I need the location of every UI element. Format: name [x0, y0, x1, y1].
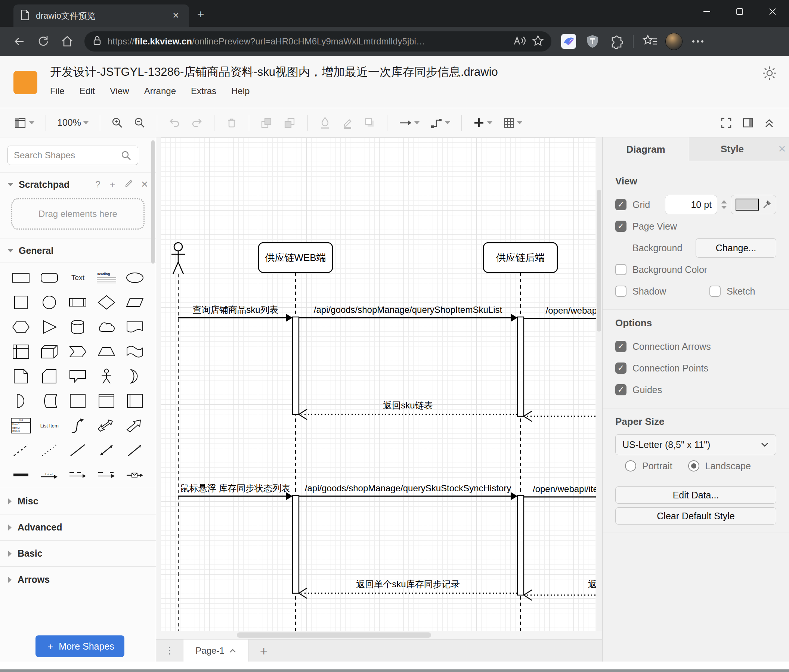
shape-data-storage[interactable]: [35, 392, 64, 410]
return-sku-list[interactable]: 返回sku链表: [299, 400, 517, 420]
message-open-webapi-item[interactable]: /open/webapi/iten: [524, 484, 602, 497]
fullscreen-button[interactable]: [719, 115, 734, 131]
guides-checkbox[interactable]: [615, 384, 626, 395]
to-back-button[interactable]: [282, 115, 298, 131]
tab-close-icon[interactable]: ✕: [169, 10, 182, 21]
shape-card[interactable]: [35, 367, 64, 385]
grid-checkbox[interactable]: [615, 199, 626, 210]
paper-size-select[interactable]: US-Letter (8,5" x 11"): [615, 434, 776, 455]
shield-t-extension-icon[interactable]: [582, 31, 603, 52]
actor-figure[interactable]: [171, 243, 185, 274]
background-color-checkbox[interactable]: [615, 264, 626, 275]
shape-rectangle[interactable]: [7, 268, 35, 287]
scratchpad-add-icon[interactable]: ＋: [108, 178, 117, 190]
redo-button[interactable]: [189, 115, 204, 131]
shape-tape[interactable]: [121, 342, 149, 361]
portrait-radio[interactable]: [625, 460, 636, 471]
shape-rounded-rectangle[interactable]: [35, 268, 64, 287]
scratchpad-edit-icon[interactable]: [125, 179, 133, 190]
maximize-button[interactable]: [723, 0, 756, 23]
return-from-right-2[interactable]: 返回: [524, 579, 602, 600]
view-panels-button[interactable]: [13, 115, 36, 131]
search-input[interactable]: [8, 146, 138, 165]
shape-directional-connector[interactable]: [121, 441, 149, 460]
shape-square[interactable]: [7, 293, 35, 312]
scratchpad-close-icon[interactable]: ✕: [141, 179, 148, 189]
shape-message-arrow[interactable]: [121, 465, 149, 484]
scratchpad-help-icon[interactable]: ?: [96, 179, 101, 189]
landscape-radio[interactable]: [688, 460, 700, 471]
undo-button[interactable]: [167, 115, 182, 131]
shape-source-target-arrow[interactable]: [64, 465, 92, 484]
shape-dashed-line[interactable]: [7, 441, 35, 460]
connection-arrows-checkbox[interactable]: [615, 341, 626, 352]
grid-size-input[interactable]: 10 pt: [665, 195, 717, 214]
return-from-right-1[interactable]: [524, 411, 602, 422]
page-tab[interactable]: Page-1: [183, 640, 249, 662]
new-tab-button[interactable]: ＋: [195, 8, 206, 19]
shape-list[interactable]: ListItem 1Item 2Item 3: [7, 416, 35, 435]
more-shapes-button[interactable]: ＋ More Shapes: [35, 635, 125, 657]
page-view-checkbox[interactable]: [615, 221, 626, 232]
shape-callout[interactable]: [64, 367, 92, 385]
menu-extras[interactable]: Extras: [191, 86, 216, 96]
grid-size-stepper[interactable]: [721, 200, 727, 209]
fill-color-button[interactable]: [318, 114, 332, 131]
shape-link[interactable]: [7, 465, 35, 484]
shape-step[interactable]: [64, 342, 92, 361]
section-arrows[interactable]: Arrows: [0, 566, 156, 592]
refresh-icon[interactable]: [33, 31, 54, 52]
menu-file[interactable]: File: [50, 86, 65, 96]
shape-cylinder[interactable]: [64, 318, 92, 336]
shape-ellipse[interactable]: [121, 268, 149, 287]
shape-curve[interactable]: [64, 416, 92, 435]
message-query-sku-list[interactable]: 查询店铺商品sku列表: [178, 305, 292, 322]
shape-document[interactable]: [121, 318, 149, 336]
shape-bidirectional-connector[interactable]: [92, 441, 121, 460]
to-front-button[interactable]: [259, 115, 275, 131]
menu-view[interactable]: View: [110, 86, 129, 96]
line-color-button[interactable]: [340, 114, 355, 131]
message-api-querySkuStockSyncHistory[interactable]: /api/goods/shopManage/querySkuStockSyncH…: [299, 483, 517, 500]
shape-diamond[interactable]: [92, 293, 121, 312]
clear-default-style-button[interactable]: Clear Default Style: [615, 507, 776, 524]
profile-avatar[interactable]: [663, 31, 684, 52]
zoom-in-button[interactable]: [110, 115, 125, 131]
pages-menu-icon[interactable]: ⋮: [156, 640, 183, 662]
shadow-checkbox[interactable]: [615, 286, 626, 297]
connection-points-checkbox[interactable]: [615, 363, 626, 374]
shape-circle[interactable]: [35, 293, 64, 312]
shape-cloud[interactable]: [92, 318, 121, 336]
diagram-canvas[interactable]: 供应链WEB端 供应链后端 查询店铺商品sku列表: [156, 137, 602, 639]
back-icon[interactable]: [9, 31, 30, 52]
url-bar[interactable]: https://file.kkview.cn/onlinePreview?url…: [85, 31, 551, 51]
connector-style-button[interactable]: [428, 114, 452, 131]
url-text[interactable]: https://file.kkview.cn/onlinePreview?url…: [108, 36, 507, 47]
tab-diagram[interactable]: Diagram: [602, 137, 689, 161]
shape-list-item[interactable]: List Item: [35, 416, 64, 435]
participant-backend[interactable]: 供应链后端: [483, 243, 557, 272]
shape-trapezoid[interactable]: [92, 342, 121, 361]
section-basic[interactable]: Basic: [0, 540, 156, 566]
format-panel-toggle[interactable]: [740, 115, 755, 131]
zoom-select[interactable]: 100%: [56, 115, 90, 130]
shape-arrow[interactable]: [121, 416, 149, 435]
home-icon[interactable]: [57, 31, 78, 52]
activation-bars[interactable]: [292, 317, 524, 595]
shape-cube[interactable]: [35, 342, 64, 361]
shape-triangle[interactable]: [35, 318, 64, 336]
menu-help[interactable]: Help: [231, 86, 249, 96]
shadow-button[interactable]: [363, 115, 377, 131]
participant-web[interactable]: 供应链WEB端: [259, 243, 332, 272]
tab-style[interactable]: Style: [689, 137, 775, 161]
shape-hexagon[interactable]: [7, 318, 35, 336]
shape-vertical-container[interactable]: [92, 392, 121, 410]
browser-tab[interactable]: drawio文件预览 ✕: [13, 5, 189, 27]
shape-text[interactable]: Text: [64, 268, 92, 287]
canvas-hscrollbar-thumb[interactable]: [237, 632, 431, 638]
shape-label-arrow[interactable]: Label: [35, 465, 64, 484]
shape-actor[interactable]: [92, 367, 121, 385]
background-change-button[interactable]: Change...: [696, 238, 776, 258]
menu-edit[interactable]: Edit: [80, 86, 95, 96]
shape-bidirectional-arrow[interactable]: [92, 416, 121, 435]
